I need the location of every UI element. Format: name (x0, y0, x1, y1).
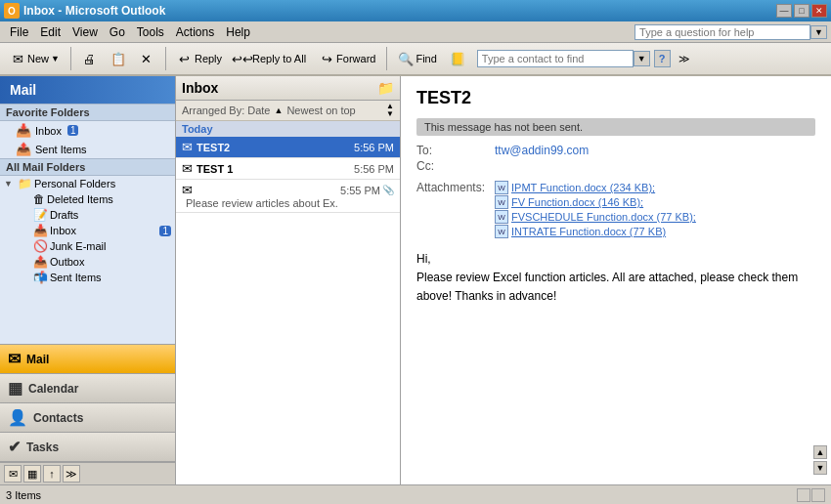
attach-1-link[interactable]: IPMT Function.docx (234 KB); (511, 182, 655, 193)
nav-tasks[interactable]: ✔ Tasks (0, 433, 175, 462)
menu-go[interactable]: Go (104, 23, 131, 41)
email-3-preview: Please review articles about Ex. (182, 197, 394, 209)
contacts-nav-icon: 👤 (8, 408, 27, 427)
forward-button[interactable]: ↪ Forward (313, 48, 381, 69)
attach-3-link[interactable]: FVSCHEDULE Function.docx (77 KB); (511, 211, 696, 223)
forward-icon: ↪ (319, 51, 334, 66)
attach-4-link[interactable]: INTRATE Function.docx (77 KB) (511, 226, 666, 237)
email-body: Hi, Please review Excel function article… (416, 250, 815, 307)
find-button[interactable]: 🔍 Find (392, 48, 442, 69)
attach-2-link[interactable]: FV Function.docx (146 KB); (511, 196, 643, 208)
tasks-nav-label: Tasks (26, 441, 59, 454)
email-1-icon: ✉ (182, 140, 193, 154)
inbox-panel: Inbox 📁 Arranged By: Date ▲ Newest on to… (176, 76, 401, 484)
sent-fav-icon: 📤 (16, 142, 31, 156)
tree-sent[interactable]: 📬 Sent Items (0, 270, 175, 285)
sidebar-item-sent-fav[interactable]: 📤 Sent Items (0, 140, 175, 158)
calendar-nav-icon: ▦ (8, 379, 22, 398)
inbox-badge: 1 (159, 226, 171, 236)
tree-junk[interactable]: 🚫 Junk E-mail (0, 238, 175, 254)
close-button[interactable]: ✕ (811, 4, 827, 18)
help-button[interactable]: ? (654, 50, 671, 67)
scroll-up-arrow[interactable]: ▲ (813, 445, 827, 459)
contact-input[interactable] (477, 50, 634, 67)
sidebar: Mail Favorite Folders 📥 Inbox 1 📤 Sent I… (0, 76, 176, 484)
email-3-time: 5:55 PM (340, 185, 380, 196)
new-button[interactable]: ✉ New ▼ (4, 48, 66, 69)
mail-nav-icon: ✉ (8, 350, 21, 368)
attach-2-icon: W (495, 195, 508, 209)
nav-buttons: ✉ Mail ▦ Calendar 👤 Contacts ✔ Tasks (0, 344, 175, 462)
sent-icon: 📬 (33, 271, 48, 284)
scroll-arrows[interactable]: ▲ ▼ (386, 103, 394, 118)
sidebar-header: Mail (0, 76, 175, 104)
to-email-link[interactable]: ttw@addin99.com (495, 144, 589, 157)
attach-label: Attachments: (416, 181, 495, 194)
minimize-button[interactable]: — (776, 4, 792, 18)
address-book-button[interactable]: 📒 (444, 48, 471, 69)
main-container: Mail Favorite Folders 📥 Inbox 1 📤 Sent I… (0, 76, 831, 484)
sent-fav-label: Sent Items (35, 144, 87, 155)
nav-contacts[interactable]: 👤 Contacts (0, 403, 175, 433)
reply-all-label: Reply to All (252, 53, 306, 64)
nav-bottom-icon-2[interactable]: ▦ (23, 465, 41, 483)
favorites-title: Favorite Folders (0, 104, 175, 121)
attach-item-4: W INTRATE Function.docx (77 KB) (495, 225, 696, 238)
copy-icon: 📋 (110, 51, 126, 66)
menu-actions[interactable]: Actions (170, 23, 220, 41)
email-item-3[interactable]: ✉ 5:55 PM 📎 Please review articles about… (176, 180, 400, 213)
address-book-icon: 📒 (450, 51, 465, 66)
menu-file[interactable]: File (4, 23, 34, 41)
new-arrow[interactable]: ▼ (51, 54, 60, 63)
toolbar-action-group: 🖨 📋 ✕ (76, 48, 160, 69)
status-icons (797, 488, 825, 502)
menu-help[interactable]: Help (220, 23, 256, 41)
help-box[interactable]: ▼ (634, 24, 827, 40)
forward-label: Forward (336, 53, 375, 64)
tree-personal-folders[interactable]: ▼ 📁 Personal Folders (0, 176, 175, 191)
copy-button[interactable]: 📋 (105, 48, 132, 69)
inbox-title: Inbox (182, 80, 218, 96)
reply-label: Reply (195, 53, 222, 64)
nav-bottom-icon-4[interactable]: ≫ (63, 465, 80, 483)
inbox-label: Inbox (50, 225, 157, 236)
toolbar-extra-icon: ≫ (678, 53, 690, 65)
delete-button[interactable]: ✕ (133, 48, 160, 69)
nav-calendar[interactable]: ▦ Calendar (0, 374, 175, 403)
print-button[interactable]: 🖨 (76, 48, 104, 69)
email-item-2[interactable]: ✉ TEST 1 5:56 PM (176, 158, 400, 180)
contact-arrow[interactable]: ▼ (634, 51, 650, 66)
sidebar-item-inbox-fav[interactable]: 📥 Inbox 1 (0, 121, 175, 140)
sep2 (165, 47, 166, 70)
email-2-subject: TEST 1 (197, 163, 354, 175)
maximize-button[interactable]: □ (794, 4, 809, 18)
email-3-top: ✉ 5:55 PM 📎 (182, 183, 394, 197)
tree-outbox[interactable]: 📤 Outbox (0, 254, 175, 270)
reply-button[interactable]: ↩ Reply (171, 48, 228, 69)
nav-mail[interactable]: ✉ Mail (0, 345, 175, 374)
email-item-1[interactable]: ✉ TEST2 5:56 PM (176, 137, 400, 158)
menu-tools[interactable]: Tools (131, 23, 170, 41)
nav-bottom-icon-3[interactable]: ↑ (43, 465, 61, 483)
reply-all-button[interactable]: ↩↩ Reply to All (229, 48, 312, 69)
view-scroll-arrows[interactable]: ▲ ▼ (813, 445, 827, 475)
window-controls[interactable]: — □ ✕ (776, 4, 827, 18)
sort-label[interactable]: Arranged By: Date (182, 105, 271, 116)
nav-bottom-icon-1[interactable]: ✉ (4, 465, 22, 483)
menu-view[interactable]: View (66, 23, 104, 41)
folder-tree: ▼ 📁 Personal Folders 🗑 Deleted Items 📝 D… (0, 176, 175, 344)
email-1-time: 5:56 PM (354, 142, 394, 153)
to-label: To: (416, 144, 495, 157)
help-arrow[interactable]: ▼ (810, 25, 827, 39)
tree-drafts[interactable]: 📝 Drafts (0, 207, 175, 223)
inbox-date-header: Today (176, 121, 400, 137)
help-input[interactable] (634, 24, 810, 40)
menu-edit[interactable]: Edit (34, 23, 66, 41)
tree-deleted-items[interactable]: 🗑 Deleted Items (0, 191, 175, 207)
contact-search-box[interactable]: ▼ (477, 50, 650, 67)
toolbar-extra-button[interactable]: ≫ (673, 50, 696, 68)
find-icon: 🔍 (398, 51, 414, 66)
scroll-down-arrow[interactable]: ▼ (813, 461, 827, 475)
sent-label: Sent Items (50, 272, 171, 283)
tree-inbox[interactable]: 📥 Inbox 1 (0, 223, 175, 238)
